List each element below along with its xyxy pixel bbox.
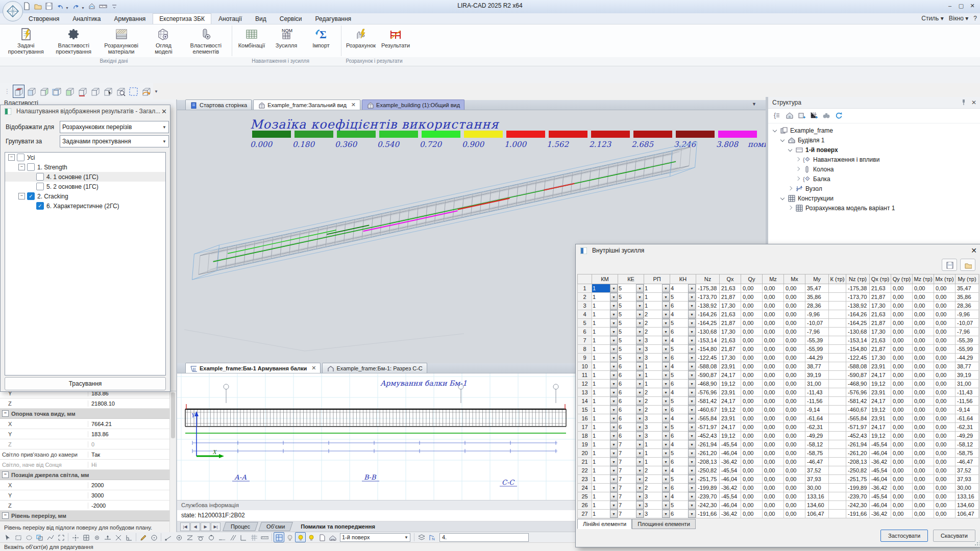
- cell[interactable]: 23,91: [870, 362, 891, 371]
- cell[interactable]: 5▼: [618, 319, 644, 328]
- cell[interactable]: -251,75: [846, 475, 870, 484]
- cell[interactable]: 3▼: [644, 345, 670, 354]
- cell[interactable]: -460,67: [846, 406, 870, 414]
- cell[interactable]: [829, 293, 846, 302]
- chevron-down-icon[interactable]: ▼: [610, 414, 618, 422]
- nav-prev-icon[interactable]: ◀: [190, 522, 200, 531]
- cell[interactable]: 6▼: [618, 414, 644, 423]
- cell[interactable]: 23,91: [720, 362, 741, 371]
- cell[interactable]: 23,91: [870, 414, 891, 423]
- chevron-down-icon[interactable]: ▼: [636, 397, 644, 405]
- apply-button[interactable]: Застосувати: [880, 530, 928, 542]
- chevron-down-icon[interactable]: ▼: [688, 345, 696, 353]
- chevron-down-icon[interactable]: ▼: [662, 440, 670, 448]
- cell[interactable]: -164,25: [696, 319, 720, 328]
- chevron-down-icon[interactable]: ▼: [636, 380, 644, 388]
- cell[interactable]: -588,08: [846, 362, 870, 371]
- property-row[interactable]: Світло, наче від СонцяНі: [0, 460, 176, 470]
- cell[interactable]: -581,42: [696, 397, 720, 406]
- cell[interactable]: 0,00: [913, 319, 934, 328]
- cell[interactable]: 24,17: [870, 371, 891, 380]
- checkbox[interactable]: ✓: [36, 202, 44, 210]
- chevron-down-icon[interactable]: ▼: [610, 328, 618, 336]
- cell[interactable]: 0,00: [934, 310, 955, 319]
- ribbon-button-import[interactable]: ΣІмпорт: [304, 26, 338, 49]
- ruler-icon[interactable]: [98, 1, 108, 11]
- cell[interactable]: 0,00: [891, 406, 913, 414]
- property-group-header[interactable]: −Рівень перерізу, мм: [0, 511, 176, 521]
- cell[interactable]: 35,47: [805, 284, 829, 293]
- ribbon-tab-експертиза-збк[interactable]: Експертиза ЗБК: [153, 13, 211, 24]
- cell[interactable]: -173,70: [696, 293, 720, 302]
- cell[interactable]: 0,00: [913, 397, 934, 406]
- cell[interactable]: -130,68: [846, 328, 870, 336]
- cell[interactable]: -45,54: [720, 492, 741, 501]
- cell[interactable]: 0,00: [934, 414, 955, 423]
- viewcube-free-icon[interactable]: [89, 85, 101, 98]
- cell[interactable]: 0,00: [913, 336, 934, 345]
- cell[interactable]: 1▼: [592, 362, 618, 371]
- collapse-icon[interactable]: −: [2, 512, 9, 519]
- minimize-button[interactable]: –: [944, 1, 955, 10]
- cell[interactable]: 0,00: [934, 380, 955, 388]
- cell[interactable]: 1▼: [644, 440, 670, 449]
- cell[interactable]: -122,45: [696, 354, 720, 362]
- chevron-down-icon[interactable]: ▼: [610, 397, 618, 405]
- home-icon[interactable]: [786, 111, 794, 121]
- app-logo[interactable]: [3, 1, 23, 21]
- snap-grid-icon[interactable]: [81, 532, 91, 542]
- chevron-down-icon[interactable]: ▼: [610, 501, 618, 509]
- chevron-down-icon[interactable]: ▼: [636, 336, 644, 344]
- cell[interactable]: -261,20: [846, 449, 870, 458]
- cell[interactable]: 0,00: [913, 302, 934, 310]
- cell[interactable]: 6▼: [670, 510, 696, 518]
- cell[interactable]: -10,07: [805, 319, 829, 328]
- chevron-down-icon[interactable]: ▼: [662, 380, 670, 388]
- cell[interactable]: 0,00: [763, 354, 784, 362]
- chevron-down-icon[interactable]: ▼: [688, 336, 696, 344]
- chevron-down-icon[interactable]: ▼: [662, 475, 670, 483]
- cell[interactable]: 23,91: [720, 414, 741, 423]
- cell[interactable]: 0,00: [741, 484, 763, 492]
- chevron-down-icon[interactable]: ▼: [636, 328, 644, 336]
- cell[interactable]: 3▼: [644, 432, 670, 440]
- cell[interactable]: 0,00: [891, 328, 913, 336]
- viewcube-pick-icon[interactable]: [102, 85, 114, 98]
- cell[interactable]: -11,56: [805, 397, 829, 406]
- tab-list-dropdown-icon[interactable]: ▼: [752, 102, 756, 107]
- table-row[interactable]: 211▼7▼1▼6▼-208,13-36,420,000,000,00-46,4…: [578, 458, 979, 466]
- viewcube-left-icon[interactable]: [64, 85, 76, 98]
- cell[interactable]: [829, 475, 846, 484]
- cell[interactable]: -55,39: [955, 336, 979, 345]
- cell[interactable]: 0,00: [891, 432, 913, 440]
- cell[interactable]: 0,00: [934, 406, 955, 414]
- cell[interactable]: 0,00: [934, 501, 955, 510]
- cell[interactable]: -191,66: [846, 510, 870, 518]
- cell[interactable]: 106,47: [805, 510, 829, 518]
- cell[interactable]: 19,12: [720, 406, 741, 414]
- select-fence-icon[interactable]: [45, 532, 56, 542]
- cell[interactable]: 5▼: [618, 345, 644, 354]
- cell[interactable]: 0,00: [891, 414, 913, 423]
- nav-next-icon[interactable]: ▶: [201, 522, 210, 531]
- cell[interactable]: 6▼: [618, 362, 644, 371]
- cell[interactable]: 1▼: [592, 501, 618, 510]
- cell[interactable]: 7▼: [618, 484, 644, 492]
- structure-tree-item[interactable]: Конструкции: [771, 193, 980, 203]
- cell[interactable]: 0,00: [784, 406, 805, 414]
- property-row[interactable]: Y183.86: [0, 429, 176, 439]
- cell[interactable]: 21,63: [870, 336, 891, 345]
- view-tab[interactable]: Example_frame:Бм-1: Разрез С-С: [322, 363, 427, 373]
- cell[interactable]: [829, 388, 846, 397]
- cell[interactable]: 28,36: [955, 302, 979, 310]
- cell[interactable]: 7▼: [618, 492, 644, 501]
- ribbon-tab-сервіси[interactable]: Сервіси: [274, 14, 308, 24]
- cell[interactable]: -154,80: [846, 345, 870, 354]
- ribbon-menu-1[interactable]: Вікно ▾: [949, 15, 969, 22]
- cell[interactable]: -138,92: [846, 302, 870, 310]
- cell[interactable]: 1▼: [592, 328, 618, 336]
- column-header[interactable]: Qy: [741, 274, 763, 284]
- cell[interactable]: 0,00: [741, 310, 763, 319]
- collapse-icon[interactable]: −: [18, 193, 25, 199]
- cell[interactable]: 23,91: [720, 388, 741, 397]
